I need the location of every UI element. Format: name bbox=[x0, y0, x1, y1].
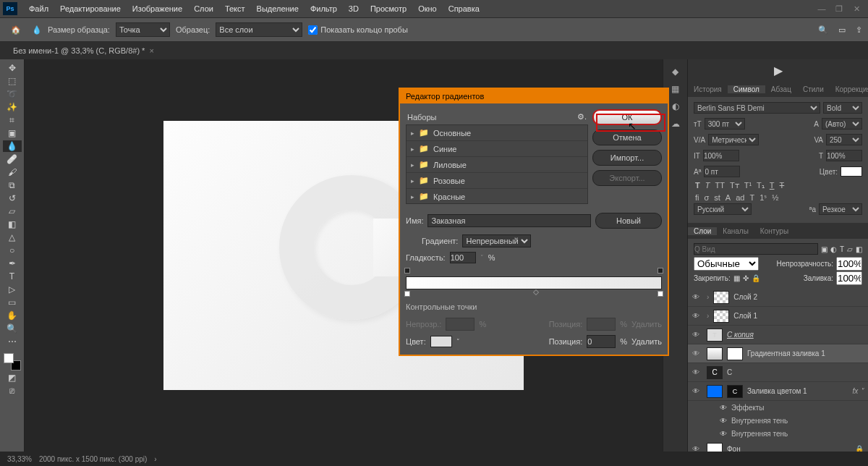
kerning-select[interactable]: Метрически bbox=[708, 134, 759, 145]
brush-tool[interactable]: 🖌 bbox=[3, 166, 22, 178]
eye-icon[interactable]: 👁 bbox=[720, 404, 727, 412]
color-swatch[interactable] bbox=[4, 353, 21, 370]
search-icon[interactable]: 🔍 bbox=[818, 25, 828, 35]
menu-file[interactable]: Файл bbox=[23, 4, 54, 13]
dialog-title[interactable]: Редактор градиентов bbox=[400, 89, 668, 103]
smoothness-input[interactable] bbox=[450, 252, 476, 263]
home-icon[interactable]: 🏠 bbox=[6, 21, 26, 38]
quickmask-tool[interactable]: ◩ bbox=[3, 372, 22, 384]
opacity-stop-right[interactable] bbox=[658, 268, 663, 274]
menu-view[interactable]: Просмотр bbox=[365, 4, 412, 13]
menu-3d[interactable]: 3D bbox=[343, 4, 365, 13]
frame-tool[interactable]: ▣ bbox=[3, 127, 22, 139]
eye-icon[interactable]: 👁 bbox=[720, 417, 727, 425]
bold-btn[interactable]: T bbox=[694, 181, 702, 190]
menu-filter[interactable]: Фильтр bbox=[305, 4, 343, 13]
menu-text[interactable]: Текст bbox=[219, 4, 251, 13]
menu-select[interactable]: Выделение bbox=[251, 4, 305, 13]
screenmode-tool[interactable]: ⎚ bbox=[3, 385, 22, 397]
color-stop-left[interactable] bbox=[404, 291, 410, 297]
ok-button[interactable]: ОК bbox=[592, 109, 662, 125]
layer-row[interactable]: 👁CС bbox=[688, 363, 868, 382]
type-tool[interactable]: T bbox=[3, 271, 22, 282]
filter-shape-icon[interactable]: ▱ bbox=[847, 245, 853, 253]
path-select-tool[interactable]: ▷ bbox=[3, 284, 22, 295]
lock-pos-icon[interactable]: ✜ bbox=[743, 274, 749, 282]
caps-btn[interactable]: TT bbox=[713, 181, 726, 190]
close-tab-icon[interactable]: × bbox=[149, 46, 153, 55]
midpoint-marker[interactable] bbox=[533, 289, 539, 295]
gradient-tool[interactable]: ◧ bbox=[3, 219, 22, 230]
tab-layers[interactable]: Слои bbox=[688, 227, 717, 235]
eyedropper-tool[interactable]: 💧 bbox=[3, 140, 22, 152]
doc-info[interactable]: 2000 пикс. x 1500 пикс. (300 ppi) bbox=[39, 455, 147, 463]
effect-row[interactable]: 👁Внутренняя тень bbox=[688, 414, 868, 427]
effect-row[interactable]: 👁Внутренняя тень bbox=[688, 427, 868, 440]
opacity-stop-left[interactable] bbox=[404, 268, 410, 274]
italic-btn[interactable]: T bbox=[704, 181, 712, 190]
swatches-panel-icon[interactable]: ▦ bbox=[671, 84, 679, 94]
stop-color-pos-input[interactable] bbox=[587, 335, 616, 348]
preset-folder[interactable]: ▸📁Основные bbox=[407, 125, 587, 141]
workspace-icon[interactable]: ▭ bbox=[838, 25, 846, 35]
tab-channels[interactable]: Каналы bbox=[717, 227, 754, 235]
underline-btn[interactable]: T bbox=[768, 181, 776, 190]
eye-icon[interactable]: 👁 bbox=[692, 445, 702, 452]
blend-mode-select[interactable]: Обычные bbox=[694, 257, 759, 271]
eye-icon[interactable]: 👁 bbox=[692, 350, 702, 357]
eye-icon[interactable]: 👁 bbox=[692, 387, 702, 395]
sample-size-select[interactable]: Точка bbox=[116, 22, 170, 37]
lock-pixels-icon[interactable]: ▦ bbox=[733, 274, 740, 282]
leading-select[interactable]: (Авто) bbox=[822, 118, 862, 130]
new-button[interactable]: Новый bbox=[595, 213, 662, 229]
history-brush-tool[interactable]: ↺ bbox=[3, 192, 22, 204]
pen-tool[interactable]: ✒ bbox=[3, 258, 22, 269]
filter-type-icon[interactable]: T bbox=[840, 245, 844, 253]
preset-list[interactable]: ▸📁Основные ▸📁Синие ▸📁Лиловые ▸📁Розовые ▸… bbox=[406, 124, 588, 204]
color-panel-icon[interactable]: ◆ bbox=[672, 67, 678, 77]
layer-row-selected[interactable]: 👁Градиентная заливка 1 bbox=[688, 344, 868, 363]
eye-icon[interactable]: 👁 bbox=[692, 368, 702, 376]
library-panel-icon[interactable]: ☁ bbox=[671, 119, 680, 129]
gradient-bar[interactable] bbox=[406, 268, 662, 292]
lang-select[interactable]: Русский bbox=[694, 203, 752, 215]
layer-row[interactable]: 👁Фон🔒 bbox=[688, 440, 868, 452]
cancel-button[interactable]: Отмена bbox=[592, 130, 662, 145]
menu-image[interactable]: Изображение bbox=[127, 4, 188, 13]
link-icon[interactable]: › bbox=[707, 293, 709, 301]
zoom-tool[interactable]: 🔍 bbox=[3, 323, 22, 334]
tracking-select[interactable]: 250 bbox=[826, 134, 862, 145]
info-chevron-icon[interactable]: › bbox=[154, 455, 156, 463]
shape-tool[interactable]: ▭ bbox=[3, 297, 22, 308]
zoom-level[interactable]: 33,33% bbox=[7, 455, 32, 463]
layer-row[interactable]: 👁TС копия bbox=[688, 326, 868, 344]
delete-color-stop[interactable]: Удалить bbox=[631, 337, 662, 346]
tab-symbol[interactable]: Символ bbox=[728, 85, 765, 93]
import-button[interactable]: Импорт... bbox=[592, 150, 662, 166]
dodge-tool[interactable]: ○ bbox=[3, 245, 22, 256]
sample-select[interactable]: Все слои bbox=[216, 22, 302, 37]
stop-color-swatch[interactable] bbox=[430, 336, 452, 347]
preset-folder[interactable]: ▸📁Красные bbox=[407, 189, 587, 204]
text-color-swatch[interactable] bbox=[841, 166, 862, 177]
blur-tool[interactable]: △ bbox=[3, 232, 22, 243]
eye-icon[interactable]: 👁 bbox=[692, 331, 702, 339]
presets-menu-icon[interactable]: ⚙. bbox=[577, 112, 587, 122]
tab-correction[interactable]: Коррекция bbox=[830, 85, 868, 93]
hand-tool[interactable]: ✋ bbox=[3, 310, 22, 321]
tab-paragraph[interactable]: Абзац bbox=[765, 85, 797, 93]
share-icon[interactable]: ⇪ bbox=[856, 25, 862, 35]
close-icon[interactable]: ✕ bbox=[851, 4, 862, 14]
layer-filter-input[interactable] bbox=[694, 243, 818, 255]
fill-input[interactable] bbox=[836, 271, 862, 285]
font-weight-select[interactable]: Bold bbox=[823, 102, 862, 114]
aa-select[interactable]: Резкое bbox=[819, 203, 862, 215]
gradient-name-input[interactable] bbox=[427, 214, 591, 227]
menu-help[interactable]: Справка bbox=[443, 4, 485, 13]
menu-edit[interactable]: Редактирование bbox=[54, 4, 127, 13]
eye-icon[interactable]: 👁 bbox=[692, 312, 702, 320]
sub-btn[interactable]: T₁ bbox=[755, 181, 766, 190]
layer-row[interactable]: 👁›Слой 2 bbox=[688, 288, 868, 307]
font-select[interactable]: Berlin Sans FB Demi bbox=[694, 102, 820, 114]
hscale-input[interactable] bbox=[826, 150, 862, 161]
